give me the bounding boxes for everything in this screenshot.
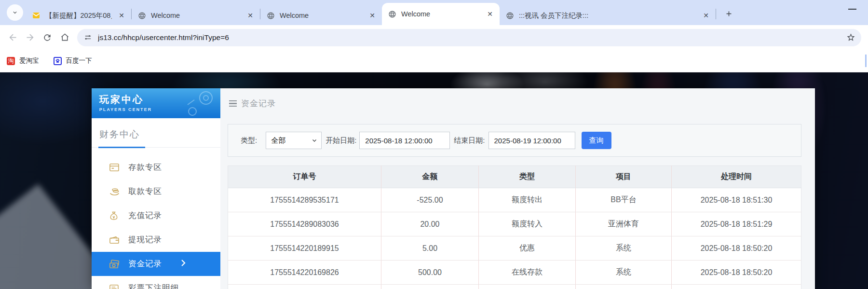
chevron-right-icon [181,259,186,267]
bookmarks-bar: 淘 爱淘宝 百度一下 [0,50,868,72]
globe-favicon [505,11,514,20]
tab-strip: 【新提醒】2025年08月18日 2 ✕ Welcome ✕ Welcome ✕… [0,0,868,25]
address-bar[interactable]: js13.cc/hhcp/usercenter.html?iniType=6 [77,29,861,46]
end-date-input[interactable]: 2025-08-19 12:00:00 [488,132,575,149]
type-label: 类型: [241,136,257,145]
browser-window: 【新提醒】2025年08月18日 2 ✕ Welcome ✕ Welcome ✕… [0,0,868,289]
sidebar-menu: 存款专区 取款专区 充值记录 [92,155,220,289]
menu-lines-icon [229,100,237,107]
close-tab-icon[interactable]: ✕ [244,11,256,20]
baidu-paw-icon [54,57,62,65]
tab-separator [716,9,716,19]
tab-title: 【新提醒】2025年08月18日 2 [45,11,112,20]
table-row: 1755514220169826500.00在线存款系统2025-08-18 1… [228,261,801,285]
table-row: 17555142201899155.00优惠系统2025-08-18 18:50… [228,236,801,261]
tab-search-button[interactable] [7,4,23,21]
back-button[interactable] [4,29,21,46]
table-cell: 系统 [576,236,672,261]
tab-title: Welcome [401,10,480,18]
bookmark-star-icon[interactable] [846,33,855,42]
sidebar-item-funds-record[interactable]: 资金记录 [92,252,220,276]
sidebar-item-label: 彩票下注明细 [128,283,179,289]
scrollbar-hint[interactable] [865,55,867,67]
plus-icon [725,10,733,18]
table-header-cell: 处理时间 [672,166,801,188]
money-bag-icon [109,211,122,220]
section-underline [92,147,220,148]
start-date-value: 2025-08-18 12:00:00 [365,137,432,145]
home-button[interactable] [56,29,73,46]
site-info-icon[interactable] [84,33,92,41]
tab-video-bet-records[interactable]: :::视讯 会员下注纪录::: ✕ [500,6,716,25]
tab-notification[interactable]: 【新提醒】2025年08月18日 2 ✕ [26,6,131,25]
content-header: 资金记录 [220,88,815,109]
funds-table: 订单号金额类型项目处理时间 1755514289535171-525.00额度转… [228,165,801,289]
table-cell: -525.00 [381,188,479,212]
sidebar-item-withdraw-zone[interactable]: 取款专区 [92,179,220,204]
table-cell [479,285,576,289]
globe-favicon [266,11,275,20]
table-cell: 2025-08-18 18:50:20 [672,236,801,261]
close-tab-icon[interactable]: ✕ [700,11,712,20]
table-cell: 5.00 [381,236,479,261]
table-row: 175551428908303620.00额度转入亚洲体育2025-08-18 … [228,212,801,236]
table-header-cell: 类型 [479,166,576,188]
table-cell: 亚洲体育 [576,212,672,236]
chevron-down-icon [12,9,18,16]
window-minimize-button[interactable] [848,9,856,10]
tab-title: Welcome [151,12,241,19]
table-header-cell: 金额 [381,166,479,188]
filter-bar: 类型: 全部 开始日期: 2025-08-18 12:00:00 结束日期: 2… [228,124,801,157]
notification-favicon [32,11,41,20]
tab-welcome-active[interactable]: Welcome ✕ [382,3,500,25]
sidebar-item-deposit-zone[interactable]: 存款专区 [92,155,220,179]
table-cell: 2025-08-18 18:51:29 [672,212,801,236]
table-cell [672,285,801,289]
table-cell: 系统 [576,261,672,285]
table-cell: 2025-08-18 18:50:20 [672,261,801,285]
table-cell: 在线存款 [479,261,576,285]
funds-table-wrap: 订单号金额类型项目处理时间 1755514289535171-525.00额度转… [228,165,801,289]
table-cell [228,285,381,289]
sidebar-header: 玩家中心 PLAYERS CENTER [92,88,220,118]
chevron-down-icon [312,138,317,143]
sidebar-item-lottery-bet-detail[interactable]: 彩票下注明细 [92,276,220,289]
bookmark-baidu[interactable]: 百度一下 [54,56,92,65]
sidebar-item-label: 存款专区 [128,162,162,173]
refresh-icon [42,33,52,42]
table-cell: 额度转出 [479,188,576,212]
bookmark-label: 爱淘宝 [19,56,39,65]
globe-favicon [137,11,146,20]
table-cell: 优惠 [479,236,576,261]
table-cell: 1755514220169826 [228,261,381,285]
sidebar-item-recharge-record[interactable]: 充值记录 [92,204,220,228]
table-cell: 1755514289083036 [228,212,381,236]
bookmark-aitaobao[interactable]: 淘 爱淘宝 [7,56,39,65]
taobao-icon: 淘 [7,57,15,65]
forward-icon [25,32,35,42]
user-center-panel: 玩家中心 PLAYERS CENTER 财务中心 存款专区 [92,88,815,289]
table-cell [576,285,672,289]
table-header-cell: 项目 [576,166,672,188]
table-header-cell: 订单号 [228,166,381,188]
table-row-partial [228,285,801,289]
close-tab-icon[interactable]: ✕ [484,10,496,18]
close-tab-icon[interactable]: ✕ [116,11,127,20]
close-tab-icon[interactable]: ✕ [366,11,378,20]
forward-button[interactable] [21,29,39,46]
search-button[interactable]: 查询 [582,132,611,149]
sidebar-item-withdrawal-record[interactable]: 提现记录 [92,228,220,252]
refresh-button[interactable] [39,29,56,46]
url-text[interactable]: js13.cc/hhcp/usercenter.html?iniType=6 [98,33,846,42]
start-date-input[interactable]: 2025-08-18 12:00:00 [359,132,450,149]
tab-welcome-2[interactable]: Welcome ✕ [260,6,382,25]
table-cell: 20.00 [381,212,479,236]
tab-welcome-1[interactable]: Welcome ✕ [132,6,260,25]
sidebar-item-label: 取款专区 [128,186,162,197]
tab-title: Welcome [280,12,363,19]
type-select[interactable]: 全部 [266,132,322,149]
sidebar-item-label: 提现记录 [128,234,162,245]
new-tab-button[interactable] [721,6,736,21]
tab-title: :::视讯 会员下注纪录::: [519,11,696,20]
table-cell: 额度转入 [479,212,576,236]
